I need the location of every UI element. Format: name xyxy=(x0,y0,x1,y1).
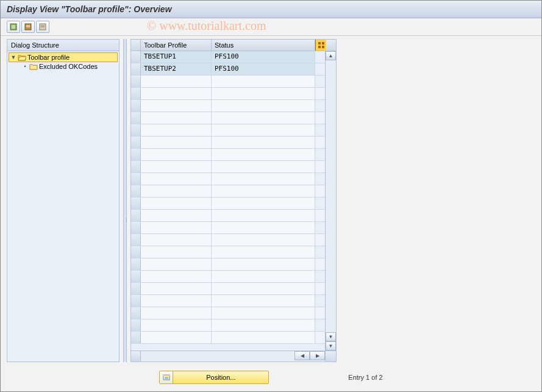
scroll-track[interactable] xyxy=(326,60,336,332)
cell-status[interactable] xyxy=(212,222,315,233)
table-row[interactable] xyxy=(131,307,325,319)
cell-profile[interactable] xyxy=(141,258,212,270)
row-handle[interactable] xyxy=(131,307,141,319)
cell-status[interactable] xyxy=(212,100,315,112)
cell-profile[interactable] xyxy=(141,137,212,148)
row-handle[interactable] xyxy=(131,137,141,148)
row-handle[interactable] xyxy=(131,51,141,63)
cell-status[interactable]: PFS100 xyxy=(212,51,315,63)
collapse-icon[interactable] xyxy=(36,21,49,33)
cell-status[interactable] xyxy=(212,137,315,148)
row-handle[interactable] xyxy=(131,246,141,258)
cell-status[interactable] xyxy=(212,271,315,282)
cell-profile[interactable] xyxy=(141,76,212,87)
table-row[interactable] xyxy=(131,161,325,173)
cell-profile[interactable] xyxy=(141,283,212,294)
table-row[interactable] xyxy=(131,100,325,112)
table-row[interactable] xyxy=(131,137,325,149)
tree-node-toolbar-profile[interactable]: ▼ Toolbar profile xyxy=(9,52,118,62)
position-button[interactable]: Position... xyxy=(159,371,269,384)
cell-profile[interactable] xyxy=(141,234,212,246)
cell-profile[interactable] xyxy=(141,222,212,233)
row-handle[interactable] xyxy=(131,161,141,173)
row-handle[interactable] xyxy=(131,173,141,185)
cell-profile[interactable] xyxy=(141,161,212,173)
cell-profile[interactable] xyxy=(141,112,212,124)
cell-status[interactable] xyxy=(212,124,315,136)
cell-status[interactable] xyxy=(212,307,315,319)
cell-status[interactable] xyxy=(212,210,315,221)
table-row[interactable] xyxy=(131,283,325,295)
hscroll-track[interactable] xyxy=(141,351,294,362)
cell-profile[interactable]: TBSETUP2 xyxy=(141,63,212,75)
row-handle[interactable] xyxy=(131,295,141,307)
cell-profile[interactable] xyxy=(141,124,212,136)
table-row[interactable] xyxy=(131,173,325,185)
cell-profile[interactable] xyxy=(141,271,212,282)
horizontal-scrollbar[interactable]: ◀ ▶ xyxy=(131,351,336,362)
cell-profile[interactable] xyxy=(141,100,212,112)
cell-profile[interactable] xyxy=(141,198,212,209)
table-row[interactable] xyxy=(131,198,325,210)
cell-status[interactable] xyxy=(212,295,315,307)
cell-status[interactable] xyxy=(212,283,315,294)
cell-status[interactable] xyxy=(212,112,315,124)
row-handle[interactable] xyxy=(131,319,141,331)
table-row[interactable] xyxy=(131,332,325,344)
cell-status[interactable] xyxy=(212,258,315,270)
cell-profile[interactable] xyxy=(141,185,212,197)
row-handle[interactable] xyxy=(131,271,141,282)
cell-profile[interactable]: TBSETUP1 xyxy=(141,51,212,63)
row-handle[interactable] xyxy=(131,76,141,87)
expand-icon[interactable] xyxy=(21,21,35,33)
row-handle[interactable] xyxy=(131,88,141,99)
row-handle[interactable] xyxy=(131,258,141,270)
cell-status[interactable] xyxy=(212,234,315,246)
table-row[interactable] xyxy=(131,222,325,234)
row-handle[interactable] xyxy=(131,63,141,75)
cell-profile[interactable] xyxy=(141,295,212,307)
scroll-left-icon[interactable]: ◀ xyxy=(294,351,310,360)
row-handle[interactable] xyxy=(131,124,141,136)
cell-status[interactable] xyxy=(212,88,315,99)
table-row[interactable] xyxy=(131,319,325,332)
cell-status[interactable] xyxy=(212,198,315,209)
column-header-status[interactable]: Status xyxy=(212,40,315,51)
row-handle[interactable] xyxy=(131,283,141,294)
column-header-profile[interactable]: Toolbar Profile xyxy=(141,40,212,51)
cell-profile[interactable] xyxy=(141,319,212,331)
cell-profile[interactable] xyxy=(141,88,212,99)
cell-status[interactable] xyxy=(212,332,315,343)
cell-status[interactable] xyxy=(212,161,315,173)
cell-profile[interactable] xyxy=(141,173,212,185)
detail-icon[interactable] xyxy=(7,21,20,33)
row-handle[interactable] xyxy=(131,234,141,246)
cell-profile[interactable] xyxy=(141,307,212,319)
scroll-up-icon[interactable]: ▲ xyxy=(326,51,336,60)
cell-status[interactable] xyxy=(212,185,315,197)
scroll-down-icon[interactable]: ▼ xyxy=(326,341,336,351)
table-row[interactable] xyxy=(131,234,325,246)
row-handle[interactable] xyxy=(131,149,141,160)
table-row[interactable] xyxy=(131,149,325,161)
table-row[interactable] xyxy=(131,88,325,100)
table-row[interactable] xyxy=(131,295,325,307)
table-row[interactable] xyxy=(131,271,325,283)
row-handle[interactable] xyxy=(131,332,141,343)
table-row[interactable] xyxy=(131,185,325,198)
row-handle[interactable] xyxy=(131,185,141,197)
vertical-scrollbar[interactable]: ▲ ▼ ▼ xyxy=(325,51,336,351)
tree-node-excluded-okcodes[interactable]: • Excluded OKCodes xyxy=(21,62,118,71)
table-row[interactable] xyxy=(131,112,325,124)
table-row[interactable]: TBSETUP1PFS100 xyxy=(131,51,325,63)
tree-toggle-icon[interactable]: ▼ xyxy=(10,54,16,60)
table-row[interactable] xyxy=(131,76,325,88)
row-handle[interactable] xyxy=(131,100,141,112)
row-handle[interactable] xyxy=(131,222,141,233)
cell-status[interactable] xyxy=(212,173,315,185)
cell-status[interactable] xyxy=(212,149,315,160)
cell-profile[interactable] xyxy=(141,210,212,221)
table-config-icon[interactable] xyxy=(315,40,326,51)
row-handle[interactable] xyxy=(131,210,141,221)
table-row[interactable] xyxy=(131,210,325,222)
